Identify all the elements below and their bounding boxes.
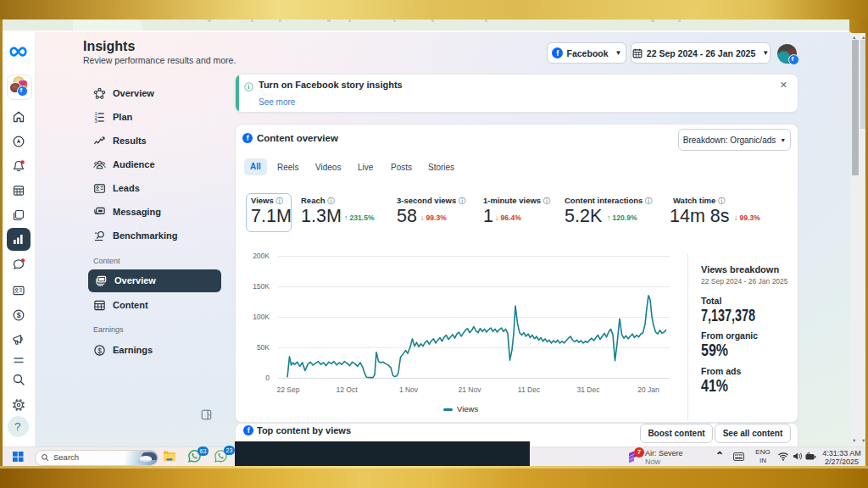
svg-text:f: f [247, 134, 249, 142]
svg-text:3: 3 [95, 119, 97, 124]
svg-text:$: $ [17, 311, 21, 319]
svg-text:$: $ [97, 346, 102, 354]
svg-text:f: f [248, 426, 250, 435]
